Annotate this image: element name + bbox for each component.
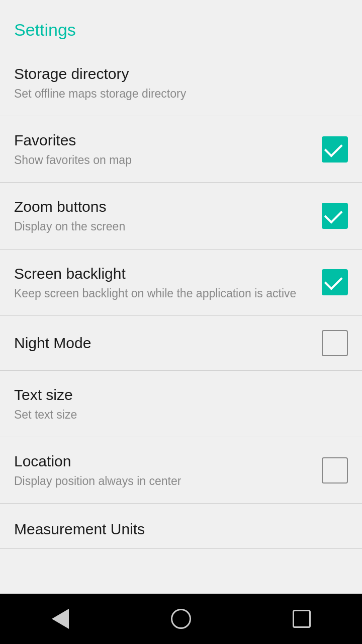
setting-title-night: Night Mode bbox=[14, 333, 312, 353]
home-button[interactable] bbox=[161, 599, 201, 639]
setting-location[interactable]: Location Display position always in cent… bbox=[0, 437, 362, 504]
checkbox-screen-backlight[interactable] bbox=[322, 269, 348, 295]
setting-title-location: Location bbox=[14, 451, 312, 471]
setting-subtitle-location: Display position always in center bbox=[14, 473, 312, 489]
setting-screen-backlight[interactable]: Screen backlight Keep screen backlight o… bbox=[0, 250, 362, 316]
setting-text-measurement: Measurement Units bbox=[14, 519, 348, 539]
setting-subtitle-zoom: Display on the screen bbox=[14, 218, 312, 234]
page-title: Settings bbox=[0, 0, 362, 50]
checkbox-favorites[interactable] bbox=[322, 136, 348, 163]
setting-text-night: Night Mode bbox=[14, 333, 322, 353]
setting-title-textsize: Text size bbox=[14, 385, 338, 405]
setting-text-favorites: Favorites Show favorites on map bbox=[14, 130, 322, 168]
setting-subtitle-backlight: Keep screen backlight on while the appli… bbox=[14, 285, 312, 301]
setting-text-zoom: Zoom buttons Display on the screen bbox=[14, 197, 322, 234]
setting-subtitle-storage: Set offline maps storage directory bbox=[14, 86, 338, 102]
recents-button[interactable] bbox=[282, 599, 322, 639]
setting-title-zoom: Zoom buttons bbox=[14, 197, 312, 216]
setting-text-backlight: Screen backlight Keep screen backlight o… bbox=[14, 264, 322, 301]
recents-icon bbox=[293, 610, 311, 628]
checkbox-location[interactable] bbox=[322, 457, 348, 484]
setting-favorites[interactable]: Favorites Show favorites on map bbox=[0, 116, 362, 183]
settings-list: Storage directory Set offline maps stora… bbox=[0, 50, 362, 594]
setting-zoom-buttons[interactable]: Zoom buttons Display on the screen bbox=[0, 183, 362, 249]
setting-subtitle-favorites: Show favorites on map bbox=[14, 152, 312, 168]
checkbox-zoom-buttons[interactable] bbox=[322, 203, 348, 229]
back-icon bbox=[52, 609, 69, 629]
setting-text-location: Location Display position always in cent… bbox=[14, 451, 322, 489]
home-icon bbox=[171, 609, 191, 629]
setting-measurement-units[interactable]: Measurement Units bbox=[0, 504, 362, 549]
back-button[interactable] bbox=[40, 599, 80, 639]
navigation-bar bbox=[0, 594, 362, 644]
setting-title-measurement: Measurement Units bbox=[14, 519, 338, 539]
setting-title-favorites: Favorites bbox=[14, 130, 312, 150]
setting-text-storage: Storage directory Set offline maps stora… bbox=[14, 64, 348, 102]
setting-night-mode[interactable]: Night Mode bbox=[0, 316, 362, 371]
checkbox-night-mode[interactable] bbox=[322, 330, 348, 356]
setting-title-storage: Storage directory bbox=[14, 64, 338, 84]
setting-subtitle-textsize: Set text size bbox=[14, 407, 338, 423]
setting-text-textsize: Text size Set text size bbox=[14, 385, 348, 423]
setting-text-size[interactable]: Text size Set text size bbox=[0, 371, 362, 437]
setting-title-backlight: Screen backlight bbox=[14, 264, 312, 283]
setting-storage-directory[interactable]: Storage directory Set offline maps stora… bbox=[0, 50, 362, 116]
